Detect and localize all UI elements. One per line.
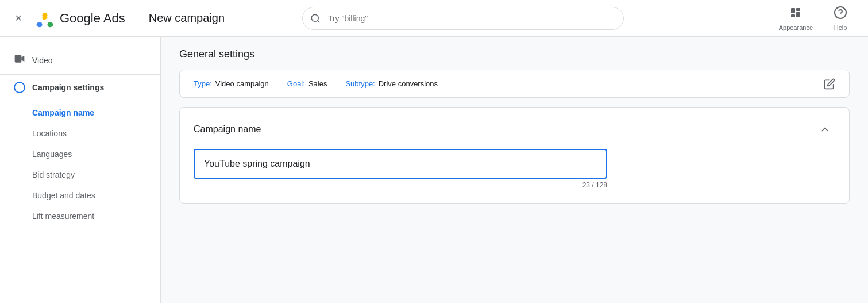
svg-point-7 xyxy=(48,22,53,27)
sidebar-sub-item-budget-dates[interactable]: Budget and dates xyxy=(0,185,160,206)
type-edit-button[interactable] xyxy=(819,74,840,94)
goal-label: Goal: xyxy=(287,79,305,88)
close-button[interactable]: × xyxy=(9,9,28,28)
close-icon: × xyxy=(15,11,22,25)
topbar: × Google Ads New campaign xyxy=(0,0,868,37)
help-button[interactable]: Help xyxy=(822,3,859,33)
help-icon xyxy=(834,6,847,23)
type-value: Video campaign xyxy=(215,79,269,88)
sidebar-sub-item-languages[interactable]: Languages xyxy=(0,144,160,164)
help-label: Help xyxy=(834,24,847,31)
campaign-name-card-header: Campaign name xyxy=(180,108,849,140)
type-card-info: Type: Video campaign Goal: Sales Subtype… xyxy=(194,79,835,88)
type-item-goal: Goal: Sales xyxy=(287,79,327,88)
app-name: Google Ads xyxy=(60,11,125,26)
sidebar-sub-item-bid-strategy[interactable]: Bid strategy xyxy=(0,164,160,185)
campaign-name-input[interactable] xyxy=(194,149,607,179)
svg-marker-17 xyxy=(21,56,24,62)
appearance-icon xyxy=(789,6,803,23)
svg-rect-13 xyxy=(791,14,795,17)
main-layout: Video Campaign settings Campaign name Lo… xyxy=(0,37,868,303)
campaign-title: New campaign xyxy=(149,11,225,25)
type-item-type: Type: Video campaign xyxy=(194,79,269,88)
sidebar-sub-item-locations[interactable]: Locations xyxy=(0,123,160,144)
sidebar-sub-items: Campaign name Locations Languages Bid st… xyxy=(0,102,160,227)
sidebar-sub-item-campaign-name[interactable]: Campaign name xyxy=(0,102,160,123)
subtype-value: Drive conversions xyxy=(379,79,438,88)
svg-rect-12 xyxy=(796,12,800,17)
input-counter: 23 / 128 xyxy=(194,181,607,189)
sidebar-sub-item-lift-measurement[interactable]: Lift measurement xyxy=(0,206,160,227)
sidebar-campaign-settings-label: Campaign settings xyxy=(32,83,104,92)
sidebar: Video Campaign settings Campaign name Lo… xyxy=(0,37,161,303)
search-icon xyxy=(310,13,321,24)
search-input[interactable] xyxy=(302,7,624,30)
section-title: General settings xyxy=(161,37,868,70)
campaign-name-card: Campaign name 23 / 128 xyxy=(179,107,850,204)
topbar-divider xyxy=(137,9,137,28)
sidebar-video-label: Video xyxy=(32,56,53,65)
type-label: Type: xyxy=(194,79,212,88)
campaign-settings-circle-icon xyxy=(14,82,25,93)
svg-rect-16 xyxy=(15,55,22,62)
sidebar-item-video[interactable]: Video xyxy=(0,46,160,75)
collapse-button[interactable] xyxy=(815,119,835,140)
goal-value: Sales xyxy=(308,79,327,88)
sidebar-campaign-settings[interactable]: Campaign settings xyxy=(0,75,160,100)
campaign-type-card: Type: Video campaign Goal: Sales Subtype… xyxy=(179,70,850,98)
type-item-subtype: Subtype: Drive conversions xyxy=(345,79,438,88)
campaign-name-card-title: Campaign name xyxy=(194,124,261,135)
svg-rect-10 xyxy=(791,8,795,13)
google-ads-logo-icon xyxy=(34,8,55,29)
svg-rect-11 xyxy=(796,8,800,11)
svg-point-6 xyxy=(43,13,48,18)
appearance-button[interactable]: Appearance xyxy=(772,3,820,33)
appearance-label: Appearance xyxy=(779,24,813,31)
edit-icon xyxy=(824,78,835,90)
search-container xyxy=(302,7,624,30)
svg-line-9 xyxy=(317,20,319,22)
svg-point-5 xyxy=(37,22,43,27)
campaign-name-card-body: 23 / 128 xyxy=(180,140,849,203)
subtype-label: Subtype: xyxy=(345,79,375,88)
main-content: General settings Type: Video campaign Go… xyxy=(161,37,868,303)
app-logo: Google Ads xyxy=(34,8,125,29)
topbar-actions: Appearance Help xyxy=(772,3,859,33)
video-icon xyxy=(14,53,25,67)
chevron-up-icon xyxy=(819,124,831,135)
